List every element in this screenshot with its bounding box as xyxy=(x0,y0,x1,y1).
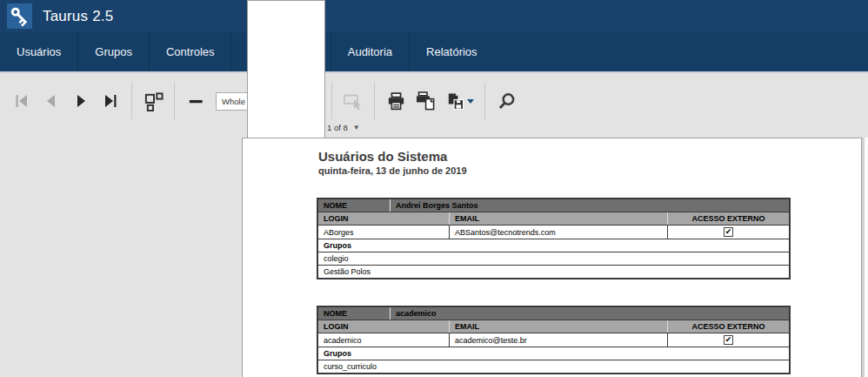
columns-header-row: LOGIN EMAIL ACESSO EXTERNO xyxy=(318,320,789,333)
user-table: NOME Andrei Borges Santos LOGIN EMAIL AC… xyxy=(317,198,791,279)
toolbar-separator xyxy=(374,83,375,119)
menu-item-controles[interactable]: Controles xyxy=(150,32,232,71)
print-layout-button[interactable] xyxy=(411,84,440,118)
toolbar-separator xyxy=(131,83,132,119)
email-column-header: EMAIL xyxy=(449,212,667,225)
nome-row: NOME academico xyxy=(318,307,789,320)
login-column-header: LOGIN xyxy=(318,212,449,225)
login-value: ABorges xyxy=(318,226,449,239)
acesso-externo-column-header: ACESSO EXTERNO xyxy=(667,212,789,225)
next-page-button[interactable] xyxy=(66,84,96,118)
first-page-button[interactable] xyxy=(7,84,37,118)
last-page-icon xyxy=(101,91,120,111)
page-edge-shadow xyxy=(862,138,868,377)
print-layout-icon xyxy=(415,91,436,111)
title-bar: Taurus 2.5 xyxy=(0,0,868,32)
report-toolbar: 1 of 8 ▼ xyxy=(0,73,868,138)
acesso-externo-cell: ✔ xyxy=(667,333,789,347)
acesso-externo-column-header: ACESSO EXTERNO xyxy=(667,320,789,333)
page-number-value: 1 of 8 xyxy=(322,123,353,132)
nome-value: Andrei Borges Santos xyxy=(390,199,789,212)
toolbar-separator xyxy=(484,83,485,119)
menu-item-usuarios[interactable]: Usuários xyxy=(0,32,78,71)
email-value: academico@teste.br xyxy=(449,333,667,347)
export-button[interactable] xyxy=(440,84,478,118)
user-data-row: academico academico@teste.br ✔ xyxy=(318,333,789,347)
group-name: curso_curriculo xyxy=(318,360,789,373)
login-column-header: LOGIN xyxy=(318,320,449,333)
last-page-button[interactable] xyxy=(96,84,125,118)
multi-page-view-button[interactable] xyxy=(138,84,168,118)
grupos-label: Grupos xyxy=(318,239,789,252)
email-column-header: EMAIL xyxy=(449,320,667,333)
menu-item-grupos[interactable]: Grupos xyxy=(78,32,150,71)
user-table: NOME academico LOGIN EMAIL ACESSO EXTERN… xyxy=(317,306,791,374)
chevron-down-icon xyxy=(467,99,474,104)
acesso-externo-cell: ✔ xyxy=(667,226,789,239)
export-save-icon xyxy=(445,91,465,111)
user-data-row: ABorges ABSantos@tecnotrends.com ✔ xyxy=(318,225,789,239)
nome-value: academico xyxy=(390,307,789,320)
check-icon: ✔ xyxy=(725,336,732,344)
app-title: Taurus 2.5 xyxy=(43,8,113,25)
check-icon: ✔ xyxy=(725,228,732,236)
report-page: Usuários do Sistema quinta-feira, 13 de … xyxy=(242,138,862,377)
grupos-label: Grupos xyxy=(318,347,789,360)
group-row: curso_curriculo xyxy=(318,360,789,373)
nome-label: NOME xyxy=(318,199,390,212)
columns-header-row: LOGIN EMAIL ACESSO EXTERNO xyxy=(318,212,789,225)
next-page-icon xyxy=(71,91,90,111)
toolbar-separator xyxy=(331,83,332,119)
key-icon xyxy=(9,5,31,28)
group-row: colegio xyxy=(318,252,789,265)
previous-page-button[interactable] xyxy=(37,84,66,118)
menu-item-relatorios[interactable]: Relatórios xyxy=(410,32,494,71)
login-value: academico xyxy=(318,333,449,347)
acesso-externo-checkbox: ✔ xyxy=(724,335,733,345)
group-name: colegio xyxy=(318,252,789,265)
user-tables: NOME Andrei Borges Santos LOGIN EMAIL AC… xyxy=(317,198,861,374)
minus-icon xyxy=(187,92,205,111)
acesso-externo-checkbox: ✔ xyxy=(724,227,733,237)
previous-page-icon xyxy=(42,91,61,111)
report-date: quinta-feira, 13 de junho de 2019 xyxy=(318,165,861,176)
printer-icon xyxy=(386,91,406,111)
toolbar-separator xyxy=(174,83,175,119)
report-viewer-area: Usuários do Sistema quinta-feira, 13 de … xyxy=(0,138,868,377)
report-title: Usuários do Sistema xyxy=(318,149,861,164)
zoom-out-button[interactable] xyxy=(181,84,210,118)
menu-bar: UsuáriosGruposControlesAutorizaçõesAudit… xyxy=(0,32,868,71)
app-logo xyxy=(7,3,32,29)
email-value: ABSantos@tecnotrends.com xyxy=(449,226,667,239)
select-tool-icon xyxy=(343,91,364,111)
nome-row: NOME Andrei Borges Santos xyxy=(318,199,789,212)
grupos-header-row: Grupos xyxy=(318,239,789,252)
magnifier-icon xyxy=(497,91,517,111)
group-row: Gestão Polos xyxy=(318,265,789,278)
print-button[interactable] xyxy=(381,84,411,118)
chevron-down-icon: ▼ xyxy=(353,125,364,131)
nome-label: NOME xyxy=(318,307,390,320)
grupos-header-row: Grupos xyxy=(318,347,789,360)
multi-page-view-icon xyxy=(144,91,164,111)
menu-item-auditoria[interactable]: Auditoria xyxy=(331,32,410,71)
search-button[interactable] xyxy=(491,84,521,118)
group-name: Gestão Polos xyxy=(318,266,789,278)
select-tool-button[interactable] xyxy=(338,84,368,118)
first-page-icon xyxy=(12,91,31,111)
